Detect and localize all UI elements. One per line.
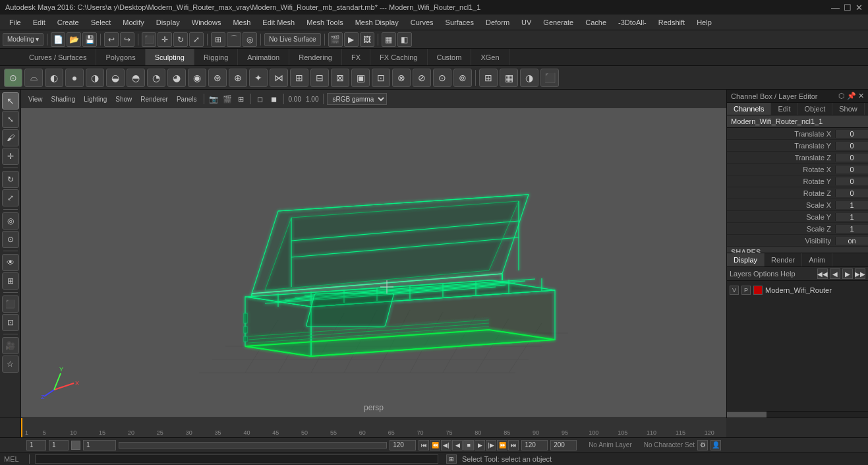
move-tool-button[interactable]: ✛ — [2, 148, 19, 165]
sculpt-tool-14[interactable]: ⋈ — [270, 69, 288, 87]
undo-button[interactable]: ↩ — [104, 32, 119, 47]
sculpt-tool-4[interactable]: ● — [65, 69, 84, 87]
frame-end-input[interactable]: 120 — [390, 440, 416, 450]
tab-fx[interactable]: FX — [342, 49, 370, 65]
sculpt-tool-15[interactable]: ⊞ — [290, 69, 308, 87]
sculpt-tool-20[interactable]: ⊗ — [392, 69, 411, 87]
attr-value[interactable]: 0 — [835, 189, 868, 197]
snap-point-button[interactable]: ◎ — [243, 32, 257, 47]
channel-box-close[interactable]: ✕ — [858, 92, 864, 100]
channel-box-pin[interactable]: 📌 — [847, 92, 856, 100]
mel-execute-button[interactable]: ⊞ — [446, 454, 457, 464]
menu-mesh-display[interactable]: Mesh Display — [350, 17, 404, 28]
maximize-button[interactable]: ☐ — [844, 3, 852, 13]
menu-mesh[interactable]: Mesh — [227, 17, 256, 28]
sculpt-tool-1[interactable]: ⊙ — [4, 69, 22, 87]
timeline-ruler[interactable]: 1 5 10 15 20 25 30 35 40 45 50 55 60 65 … — [21, 418, 726, 437]
render-settings-button[interactable]: 🎬 — [328, 32, 343, 47]
current-frame-field[interactable]: 1 — [49, 440, 69, 450]
workspace-dropdown[interactable]: Modeling ▾ — [3, 33, 43, 46]
sculpt-tool-3[interactable]: ◐ — [45, 69, 63, 87]
scale-button[interactable]: ⤢ — [189, 32, 204, 47]
menu-edit[interactable]: Edit — [28, 17, 51, 28]
lasso-tool-button[interactable]: ⤡ — [2, 111, 19, 128]
step-back-button[interactable]: ⏪ — [430, 440, 440, 450]
layer-next-button[interactable]: ▶ — [842, 268, 853, 279]
show-hide-button[interactable]: 👁 — [2, 254, 19, 271]
scale-tool-button[interactable]: ⤢ — [2, 189, 19, 206]
sculpt-tool-22[interactable]: ⊙ — [433, 69, 451, 87]
tab-edit[interactable]: Edit — [771, 103, 797, 115]
menu-deform[interactable]: Deform — [480, 17, 515, 28]
select-tool-button[interactable]: ↖ — [2, 92, 19, 109]
tab-animation[interactable]: Animation — [238, 49, 289, 65]
frame-start-field[interactable]: 1 — [26, 440, 46, 450]
camera-button[interactable]: ⬛ — [540, 69, 559, 87]
minimize-button[interactable]: — — [831, 3, 840, 13]
frame-display[interactable]: 1 — [83, 440, 116, 450]
prev-key-button[interactable]: ◀| — [441, 440, 451, 450]
attr-value[interactable]: 1 — [835, 201, 868, 209]
panels-menu[interactable]: Panels — [173, 95, 200, 104]
play-forward-button[interactable]: ▶ — [475, 440, 485, 450]
sculpt-tool-9[interactable]: ◕ — [167, 69, 186, 87]
rotate-button[interactable]: ↻ — [173, 32, 188, 47]
go-to-end-button[interactable]: ⏭ — [508, 440, 519, 450]
layer-visibility-toggle[interactable]: V — [730, 286, 739, 295]
stop-button[interactable]: ■ — [463, 440, 474, 450]
play-back-button[interactable]: ◀ — [452, 440, 463, 450]
show-grid-button[interactable]: ⊞ — [479, 69, 498, 87]
soft-select-button[interactable]: ⊙ — [2, 231, 19, 248]
xray-button[interactable]: ⬛ — [2, 295, 19, 313]
next-key-button[interactable]: |▶ — [486, 440, 496, 450]
sculpt-tool-23[interactable]: ⊚ — [453, 69, 472, 87]
menu-edit-mesh[interactable]: Edit Mesh — [257, 17, 300, 28]
menu-uv[interactable]: UV — [516, 17, 536, 28]
sculpt-tool-6[interactable]: ◒ — [106, 69, 125, 87]
sculpt-tool-11[interactable]: ⊛ — [208, 69, 227, 87]
tab-anim[interactable]: Anim — [802, 253, 832, 266]
timeline-range-slider[interactable] — [119, 442, 387, 449]
rotate-tool-button[interactable]: ↻ — [2, 171, 19, 188]
render-button[interactable]: 🖼 — [360, 32, 374, 47]
layer-p-toggle[interactable]: P — [741, 286, 751, 295]
tab-rendering[interactable]: Rendering — [289, 49, 342, 65]
sculpt-tool-10[interactable]: ◉ — [188, 69, 206, 87]
bookmark-button[interactable]: ☆ — [2, 356, 19, 373]
menu-generate[interactable]: Generate — [538, 17, 579, 28]
tab-fx-caching[interactable]: FX Caching — [370, 49, 427, 65]
isolate-button[interactable]: ⊞ — [2, 272, 19, 290]
sculpt-tool-12[interactable]: ⊕ — [229, 69, 247, 87]
menu-windows[interactable]: Windows — [187, 17, 227, 28]
channel-box-expand[interactable]: ⬡ — [838, 92, 845, 100]
menu-display[interactable]: Display — [151, 17, 185, 28]
snap-button[interactable]: ◎ — [2, 212, 19, 230]
tab-curves-surfaces[interactable]: Curves / Surfaces — [20, 49, 96, 65]
menu-redshift[interactable]: Redshift — [653, 17, 690, 28]
camera-controls-button[interactable]: 🎥 — [2, 337, 19, 354]
new-file-button[interactable]: 📄 — [51, 32, 65, 47]
attr-value[interactable]: 1 — [835, 225, 868, 233]
tab-custom[interactable]: Custom — [428, 49, 472, 65]
uv-editor-button[interactable]: ◧ — [397, 32, 412, 47]
wireframe-button[interactable]: ⊡ — [2, 314, 19, 331]
layer-first-button[interactable]: ◀◀ — [817, 268, 828, 279]
view-menu[interactable]: View — [25, 95, 46, 104]
menu-surfaces[interactable]: Surfaces — [440, 17, 479, 28]
select-mode-button[interactable]: ⬛ — [142, 32, 156, 47]
no-live-surface-button[interactable]: No Live Surface — [264, 33, 320, 46]
sculpt-tool-13[interactable]: ✦ — [249, 69, 268, 87]
menu-create[interactable]: Create — [52, 17, 84, 28]
tab-show[interactable]: Show — [832, 103, 865, 115]
snap-curve-button[interactable]: ⌒ — [227, 32, 241, 47]
attr-value[interactable]: on — [835, 237, 868, 245]
attr-value[interactable]: 0 — [835, 142, 868, 150]
sculpt-tool-8[interactable]: ◔ — [147, 69, 165, 87]
tab-rigging[interactable]: Rigging — [194, 49, 238, 65]
snap-grid-button[interactable]: ⊞ — [211, 32, 225, 47]
tab-render[interactable]: Render — [765, 253, 802, 266]
sculpt-tool-2[interactable]: ⌓ — [24, 69, 43, 87]
menu-file[interactable]: File — [4, 17, 26, 28]
sculpt-tool-5[interactable]: ◑ — [86, 69, 104, 87]
viewport[interactable]: View Shading Lighting Show Renderer Pane… — [21, 90, 726, 418]
